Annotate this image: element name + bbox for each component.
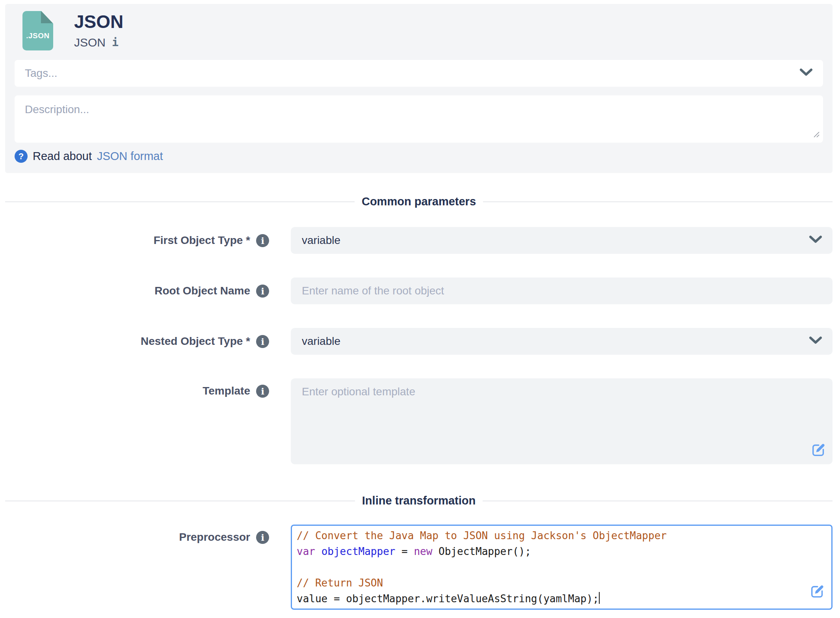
- tags-input[interactable]: [15, 60, 823, 87]
- description-wrap: [15, 95, 823, 143]
- preprocessor-code-editor[interactable]: // Convert the Java Map to JSON using Ja…: [291, 525, 833, 610]
- nested-object-type-row: Nested Object Type * i variable: [0, 328, 833, 355]
- section-title: Common parameters: [362, 195, 476, 208]
- first-object-type-select[interactable]: variable: [291, 227, 833, 254]
- header-panel: .JSON JSON JSON i: [5, 4, 833, 173]
- chevron-down-icon: [809, 335, 822, 348]
- first-object-type-label: First Object Type * i: [0, 227, 269, 254]
- format-subtitle: JSON: [74, 36, 106, 49]
- read-about-text: Read about: [33, 150, 92, 163]
- root-object-name-row: Root Object Name i: [0, 277, 833, 304]
- info-icon[interactable]: i: [256, 285, 269, 298]
- header-titles: JSON JSON i: [74, 11, 123, 49]
- read-about-row: ? Read about JSON format: [15, 150, 823, 163]
- template-field: [291, 378, 833, 464]
- preprocessor-label: Preprocessor i: [0, 525, 269, 610]
- nested-object-type-value: variable: [302, 335, 340, 348]
- nested-object-type-select[interactable]: variable: [291, 328, 833, 355]
- nested-object-type-label: Nested Object Type * i: [0, 328, 269, 355]
- edit-icon[interactable]: [810, 442, 826, 460]
- root-object-name-input[interactable]: [291, 277, 833, 304]
- common-parameters-divider: Common parameters: [5, 195, 833, 208]
- first-object-type-field: variable: [291, 227, 833, 254]
- preprocessor-row: Preprocessor i // Convert the Java Map t…: [0, 525, 833, 610]
- info-icon[interactable]: i: [256, 335, 269, 348]
- inline-transformation-divider: Inline transformation: [5, 494, 833, 507]
- json-format-link[interactable]: JSON format: [97, 150, 163, 163]
- template-label: Template i: [0, 378, 269, 464]
- first-object-type-row: First Object Type * i variable: [0, 227, 833, 254]
- info-icon[interactable]: i: [256, 234, 269, 247]
- info-icon[interactable]: i: [256, 531, 269, 544]
- first-object-type-value: variable: [302, 234, 340, 247]
- file-fold-corner: [41, 11, 53, 23]
- root-object-name-field: [291, 277, 833, 304]
- file-icon-label: .JSON: [26, 32, 50, 40]
- json-format-config-page: .JSON JSON JSON i: [0, 4, 840, 610]
- preprocessor-code: // Convert the Java Map to JSON using Ja…: [297, 528, 827, 607]
- subtitle-row: JSON i: [74, 36, 123, 49]
- help-icon[interactable]: ?: [15, 150, 28, 163]
- section-title: Inline transformation: [362, 494, 476, 507]
- info-icon[interactable]: i: [112, 36, 119, 49]
- chevron-down-icon: [809, 234, 822, 247]
- template-row: Template i: [0, 378, 833, 464]
- text-caret: [599, 592, 600, 604]
- description-textarea[interactable]: [15, 95, 823, 143]
- template-textarea[interactable]: [291, 378, 833, 464]
- template-wrap: [291, 378, 833, 464]
- edit-icon[interactable]: [809, 584, 825, 604]
- header-top: .JSON JSON JSON i: [15, 11, 823, 50]
- root-object-name-label: Root Object Name i: [0, 277, 269, 304]
- tags-input-wrap: [15, 60, 823, 87]
- json-file-icon: .JSON: [22, 11, 53, 50]
- chevron-down-icon[interactable]: [799, 68, 813, 78]
- info-icon[interactable]: i: [256, 385, 269, 398]
- nested-object-type-field: variable: [291, 328, 833, 355]
- page-title: JSON: [74, 12, 123, 32]
- resize-handle-icon[interactable]: [813, 131, 820, 140]
